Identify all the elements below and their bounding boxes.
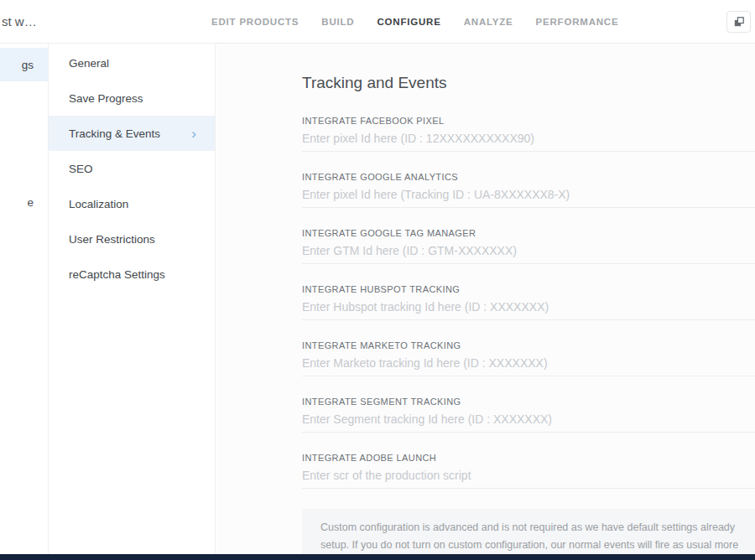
- sidebar-item-localization[interactable]: Localization: [49, 186, 215, 221]
- app-title: st w…: [2, 14, 37, 29]
- sidebar-item-recaptcha-settings[interactable]: reCaptcha Settings: [49, 257, 215, 292]
- sidebar-item-tracking-events[interactable]: Tracking & Events ›: [49, 116, 215, 151]
- field-google-analytics: INTEGRATE GOOGLE ANALYTICS: [302, 172, 755, 208]
- rail-item-label: e: [27, 196, 34, 209]
- sidebar-item-label: Tracking & Events: [69, 127, 160, 140]
- sidebar-item-seo[interactable]: SEO: [49, 151, 215, 186]
- facebook-pixel-input[interactable]: [302, 129, 755, 152]
- nav-analyze[interactable]: ANALYZE: [464, 17, 513, 27]
- field-label: INTEGRATE FACEBOOK PIXEL: [302, 116, 755, 127]
- sidebar-item-label: Save Progress: [69, 92, 143, 105]
- marketo-tracking-input[interactable]: [302, 354, 755, 376]
- tracking-form: INTEGRATE FACEBOOK PIXEL INTEGRATE GOOGL…: [302, 116, 755, 489]
- overlapping-squares-icon: [732, 15, 746, 29]
- field-marketo-tracking: INTEGRATE MARKETO TRACKING: [302, 340, 755, 376]
- chevron-right-icon: ›: [191, 127, 196, 141]
- sidebar-item-label: SEO: [69, 163, 93, 175]
- field-segment-tracking: INTEGRATE SEGMENT TRACKING: [302, 397, 755, 433]
- page-title: Tracking and Events: [302, 74, 755, 92]
- hubspot-tracking-input[interactable]: [302, 298, 755, 320]
- notice-text: Custom configuration is advanced and is …: [320, 521, 738, 554]
- field-google-tag-manager: INTEGRATE GOOGLE TAG MANAGER: [302, 228, 755, 264]
- sidebar-item-label: reCaptcha Settings: [69, 268, 165, 281]
- sidebar-item-save-progress[interactable]: Save Progress: [49, 80, 215, 116]
- custom-config-notice: Custom configuration is advanced and is …: [302, 509, 755, 554]
- nav-edit-products[interactable]: EDIT PRODUCTS: [211, 17, 299, 27]
- field-label: INTEGRATE MARKETO TRACKING: [302, 340, 755, 351]
- sidebar-item-label: User Restrictions: [69, 233, 155, 246]
- rail-item-settings[interactable]: gs: [0, 48, 48, 81]
- field-label: INTEGRATE HUBSPOT TRACKING: [302, 284, 755, 295]
- field-label: INTEGRATE ADOBE LAUNCH: [302, 453, 755, 464]
- field-adobe-launch: INTEGRATE ADOBE LAUNCH: [302, 453, 755, 489]
- sidebar-item-label: Localization: [69, 198, 128, 210]
- rail-item-label: gs: [22, 59, 34, 71]
- top-nav: EDIT PRODUCTS BUILD CONFIGURE ANALYZE PE…: [211, 0, 618, 44]
- top-header: st w… EDIT PRODUCTS BUILD CONFIGURE ANAL…: [0, 0, 755, 44]
- bottom-accent-bar: [0, 554, 755, 560]
- field-label: INTEGRATE GOOGLE ANALYTICS: [302, 172, 755, 183]
- nav-configure[interactable]: CONFIGURE: [377, 17, 440, 27]
- google-tag-manager-input[interactable]: [302, 241, 755, 264]
- main-panel: Tracking and Events INTEGRATE FACEBOOK P…: [216, 44, 755, 554]
- sidebar-item-general[interactable]: General: [49, 45, 215, 80]
- field-facebook-pixel: INTEGRATE FACEBOOK PIXEL: [302, 116, 755, 152]
- sidebar-item-user-restrictions[interactable]: User Restrictions: [49, 221, 215, 257]
- rail-item-truncated[interactable]: e: [27, 196, 34, 210]
- left-rail: gs e: [0, 44, 49, 554]
- field-label: INTEGRATE SEGMENT TRACKING: [302, 397, 755, 407]
- settings-sidebar: General Save Progress Tracking & Events …: [49, 44, 216, 554]
- adobe-launch-input[interactable]: [302, 466, 755, 489]
- nav-performance[interactable]: PERFORMANCE: [536, 17, 619, 27]
- field-hubspot-tracking: INTEGRATE HUBSPOT TRACKING: [302, 284, 755, 320]
- segment-tracking-input[interactable]: [302, 410, 755, 433]
- window-view-button[interactable]: [726, 11, 751, 33]
- nav-build[interactable]: BUILD: [321, 17, 354, 27]
- field-label: INTEGRATE GOOGLE TAG MANAGER: [302, 228, 755, 239]
- google-analytics-input[interactable]: [302, 185, 755, 208]
- sidebar-item-label: General: [69, 57, 109, 70]
